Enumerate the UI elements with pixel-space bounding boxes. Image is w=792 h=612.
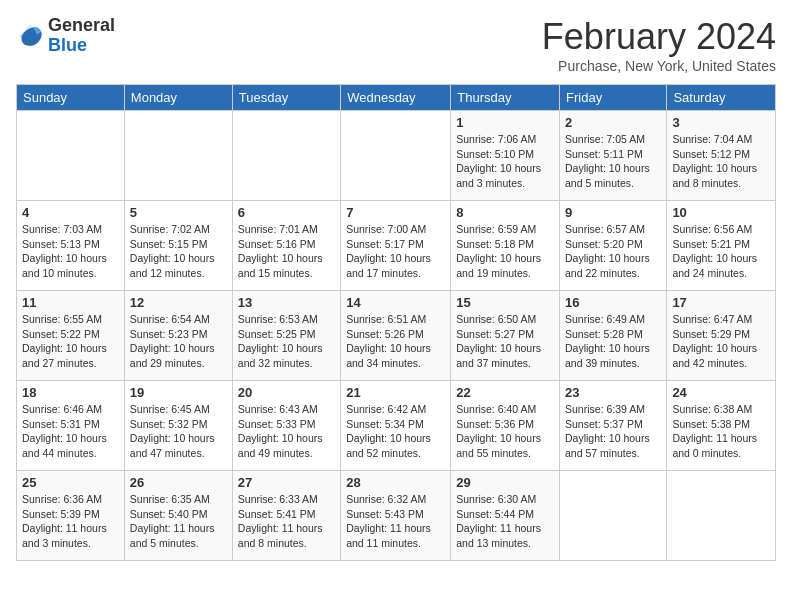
calendar-cell [232,111,340,201]
day-info: Sunrise: 6:43 AM Sunset: 5:33 PM Dayligh… [238,402,335,461]
day-number: 17 [672,295,770,310]
calendar-cell: 2Sunrise: 7:05 AM Sunset: 5:11 PM Daylig… [560,111,667,201]
day-info: Sunrise: 7:01 AM Sunset: 5:16 PM Dayligh… [238,222,335,281]
calendar-cell: 8Sunrise: 6:59 AM Sunset: 5:18 PM Daylig… [451,201,560,291]
calendar-cell: 24Sunrise: 6:38 AM Sunset: 5:38 PM Dayli… [667,381,776,471]
day-info: Sunrise: 7:02 AM Sunset: 5:15 PM Dayligh… [130,222,227,281]
day-number: 19 [130,385,227,400]
day-info: Sunrise: 6:59 AM Sunset: 5:18 PM Dayligh… [456,222,554,281]
day-number: 14 [346,295,445,310]
day-number: 6 [238,205,335,220]
calendar-week-row: 18Sunrise: 6:46 AM Sunset: 5:31 PM Dayli… [17,381,776,471]
day-number: 5 [130,205,227,220]
day-info: Sunrise: 6:47 AM Sunset: 5:29 PM Dayligh… [672,312,770,371]
day-of-week-header: Thursday [451,85,560,111]
day-number: 23 [565,385,661,400]
day-number: 27 [238,475,335,490]
day-info: Sunrise: 6:38 AM Sunset: 5:38 PM Dayligh… [672,402,770,461]
day-number: 28 [346,475,445,490]
day-of-week-header: Sunday [17,85,125,111]
calendar-cell: 26Sunrise: 6:35 AM Sunset: 5:40 PM Dayli… [124,471,232,561]
logo-line1: General [48,16,115,36]
calendar-cell: 28Sunrise: 6:32 AM Sunset: 5:43 PM Dayli… [341,471,451,561]
day-number: 13 [238,295,335,310]
calendar-week-row: 4Sunrise: 7:03 AM Sunset: 5:13 PM Daylig… [17,201,776,291]
calendar-cell: 25Sunrise: 6:36 AM Sunset: 5:39 PM Dayli… [17,471,125,561]
day-number: 22 [456,385,554,400]
calendar-cell: 7Sunrise: 7:00 AM Sunset: 5:17 PM Daylig… [341,201,451,291]
calendar-cell [124,111,232,201]
calendar-week-row: 25Sunrise: 6:36 AM Sunset: 5:39 PM Dayli… [17,471,776,561]
calendar-cell: 23Sunrise: 6:39 AM Sunset: 5:37 PM Dayli… [560,381,667,471]
day-info: Sunrise: 6:30 AM Sunset: 5:44 PM Dayligh… [456,492,554,551]
title-block: February 2024 Purchase, New York, United… [542,16,776,74]
day-info: Sunrise: 6:35 AM Sunset: 5:40 PM Dayligh… [130,492,227,551]
day-info: Sunrise: 7:03 AM Sunset: 5:13 PM Dayligh… [22,222,119,281]
calendar-cell [667,471,776,561]
day-of-week-header: Monday [124,85,232,111]
day-number: 11 [22,295,119,310]
day-info: Sunrise: 6:54 AM Sunset: 5:23 PM Dayligh… [130,312,227,371]
logo: General Blue [16,16,115,56]
calendar-table: SundayMondayTuesdayWednesdayThursdayFrid… [16,84,776,561]
calendar-cell: 21Sunrise: 6:42 AM Sunset: 5:34 PM Dayli… [341,381,451,471]
calendar-cell: 20Sunrise: 6:43 AM Sunset: 5:33 PM Dayli… [232,381,340,471]
logo-line2: Blue [48,36,115,56]
page-header: General Blue February 2024 Purchase, New… [16,16,776,74]
calendar-week-row: 11Sunrise: 6:55 AM Sunset: 5:22 PM Dayli… [17,291,776,381]
day-info: Sunrise: 6:55 AM Sunset: 5:22 PM Dayligh… [22,312,119,371]
day-number: 18 [22,385,119,400]
day-number: 15 [456,295,554,310]
day-of-week-header: Saturday [667,85,776,111]
calendar-cell: 14Sunrise: 6:51 AM Sunset: 5:26 PM Dayli… [341,291,451,381]
day-number: 9 [565,205,661,220]
day-number: 20 [238,385,335,400]
calendar-cell: 13Sunrise: 6:53 AM Sunset: 5:25 PM Dayli… [232,291,340,381]
calendar-cell [560,471,667,561]
calendar-cell: 19Sunrise: 6:45 AM Sunset: 5:32 PM Dayli… [124,381,232,471]
calendar-cell: 18Sunrise: 6:46 AM Sunset: 5:31 PM Dayli… [17,381,125,471]
calendar-subtitle: Purchase, New York, United States [542,58,776,74]
day-number: 7 [346,205,445,220]
day-info: Sunrise: 7:06 AM Sunset: 5:10 PM Dayligh… [456,132,554,191]
day-number: 4 [22,205,119,220]
day-number: 21 [346,385,445,400]
day-info: Sunrise: 6:51 AM Sunset: 5:26 PM Dayligh… [346,312,445,371]
calendar-title: February 2024 [542,16,776,58]
calendar-header-row: SundayMondayTuesdayWednesdayThursdayFrid… [17,85,776,111]
logo-icon [16,22,44,50]
day-info: Sunrise: 6:33 AM Sunset: 5:41 PM Dayligh… [238,492,335,551]
day-info: Sunrise: 6:32 AM Sunset: 5:43 PM Dayligh… [346,492,445,551]
calendar-cell: 11Sunrise: 6:55 AM Sunset: 5:22 PM Dayli… [17,291,125,381]
day-of-week-header: Tuesday [232,85,340,111]
calendar-cell: 3Sunrise: 7:04 AM Sunset: 5:12 PM Daylig… [667,111,776,201]
day-number: 24 [672,385,770,400]
day-number: 16 [565,295,661,310]
day-of-week-header: Wednesday [341,85,451,111]
day-info: Sunrise: 6:40 AM Sunset: 5:36 PM Dayligh… [456,402,554,461]
calendar-cell [341,111,451,201]
day-info: Sunrise: 6:46 AM Sunset: 5:31 PM Dayligh… [22,402,119,461]
calendar-cell: 9Sunrise: 6:57 AM Sunset: 5:20 PM Daylig… [560,201,667,291]
calendar-cell [17,111,125,201]
day-number: 1 [456,115,554,130]
calendar-cell: 22Sunrise: 6:40 AM Sunset: 5:36 PM Dayli… [451,381,560,471]
day-info: Sunrise: 6:36 AM Sunset: 5:39 PM Dayligh… [22,492,119,551]
calendar-cell: 4Sunrise: 7:03 AM Sunset: 5:13 PM Daylig… [17,201,125,291]
day-info: Sunrise: 7:04 AM Sunset: 5:12 PM Dayligh… [672,132,770,191]
day-info: Sunrise: 6:45 AM Sunset: 5:32 PM Dayligh… [130,402,227,461]
day-number: 2 [565,115,661,130]
day-info: Sunrise: 6:49 AM Sunset: 5:28 PM Dayligh… [565,312,661,371]
calendar-cell: 5Sunrise: 7:02 AM Sunset: 5:15 PM Daylig… [124,201,232,291]
calendar-week-row: 1Sunrise: 7:06 AM Sunset: 5:10 PM Daylig… [17,111,776,201]
day-of-week-header: Friday [560,85,667,111]
day-number: 26 [130,475,227,490]
day-number: 10 [672,205,770,220]
calendar-cell: 17Sunrise: 6:47 AM Sunset: 5:29 PM Dayli… [667,291,776,381]
day-info: Sunrise: 7:05 AM Sunset: 5:11 PM Dayligh… [565,132,661,191]
calendar-cell: 27Sunrise: 6:33 AM Sunset: 5:41 PM Dayli… [232,471,340,561]
day-info: Sunrise: 6:56 AM Sunset: 5:21 PM Dayligh… [672,222,770,281]
day-info: Sunrise: 6:57 AM Sunset: 5:20 PM Dayligh… [565,222,661,281]
calendar-cell: 15Sunrise: 6:50 AM Sunset: 5:27 PM Dayli… [451,291,560,381]
calendar-cell: 10Sunrise: 6:56 AM Sunset: 5:21 PM Dayli… [667,201,776,291]
